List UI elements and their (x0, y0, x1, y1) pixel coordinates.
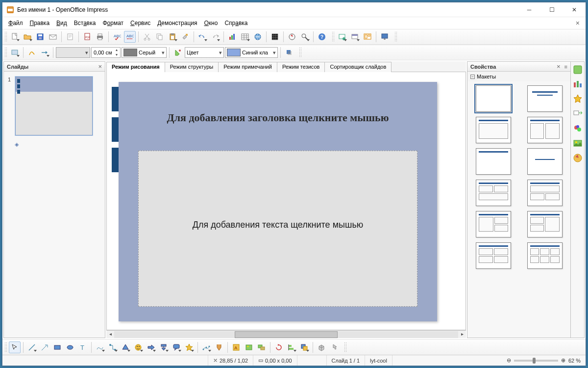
flowchart-button[interactable] (158, 342, 170, 353)
menu-help[interactable]: Справка (221, 19, 250, 27)
slide-canvas[interactable]: Для добавления заголовка щелкните мышью … (119, 82, 437, 321)
menu-window[interactable]: Окно (201, 19, 220, 27)
master-icon[interactable] (573, 79, 583, 89)
toolbar-grip[interactable] (394, 31, 397, 42)
glue-button[interactable] (213, 342, 225, 353)
block-arrows-button[interactable] (145, 342, 157, 353)
tab-outline[interactable]: Режим структуры (165, 62, 219, 72)
points-button[interactable] (200, 342, 212, 353)
autocheck-button[interactable]: ABC (124, 31, 136, 43)
symbol-button[interactable] (132, 342, 144, 353)
select-button[interactable] (9, 342, 21, 353)
rect-button[interactable] (51, 342, 63, 353)
connector-button[interactable] (107, 342, 119, 353)
gallery-icon[interactable] (573, 138, 583, 148)
layout-2x2c[interactable] (476, 211, 511, 237)
open-button[interactable] (22, 31, 33, 43)
zoom-button[interactable] (299, 31, 311, 43)
layout-centered[interactable] (527, 148, 563, 175)
close-icon[interactable]: × (557, 63, 561, 70)
menu-edit[interactable]: Правка (27, 19, 53, 27)
slide-design-button[interactable] (349, 31, 361, 43)
menu-insert[interactable]: Вставка (71, 19, 99, 27)
ellipse-button[interactable] (64, 342, 76, 353)
align-button[interactable] (286, 342, 297, 353)
rotate-button[interactable] (273, 342, 285, 353)
layout-title-only[interactable] (476, 148, 511, 175)
gallery-button[interactable] (256, 342, 268, 353)
menu-slideshow[interactable]: Демонстрация (154, 19, 200, 27)
table-button[interactable] (239, 31, 251, 43)
close-icon[interactable]: × (98, 63, 102, 70)
fill-mode-combo[interactable]: Цвет▾ (185, 47, 224, 58)
shadow-button[interactable] (283, 47, 295, 58)
minimize-button[interactable]: ─ (518, 2, 540, 17)
tab-sorter[interactable]: Сортировщик слайдов (324, 62, 392, 72)
h-scrollbar[interactable]: ◂▸ (106, 330, 466, 338)
paste-button[interactable] (167, 31, 178, 43)
zoom-control[interactable]: ⊖ ⊕ 62 % (507, 357, 586, 364)
layout-2x2d[interactable] (527, 211, 563, 237)
save-button[interactable] (34, 31, 46, 43)
line-style-combo[interactable]: ▾ (56, 47, 90, 58)
email-button[interactable] (47, 31, 59, 43)
layout-blank[interactable] (476, 85, 511, 112)
help-button[interactable]: ? (316, 31, 328, 43)
extrusion-button[interactable] (316, 342, 327, 353)
interaction-button[interactable] (328, 342, 340, 353)
toolbar-grip[interactable] (4, 342, 7, 353)
styles-icon[interactable] (573, 124, 583, 133)
hyperlink-button[interactable] (252, 31, 264, 43)
line-color-combo[interactable]: Серый▾ (122, 47, 167, 58)
zoom-slider[interactable] (514, 360, 558, 362)
arrange-button[interactable] (298, 342, 310, 353)
layout-6[interactable] (527, 242, 563, 269)
status-layout[interactable]: lyt-cool (365, 355, 392, 366)
grid-button[interactable] (269, 31, 281, 43)
fill-color-combo[interactable]: Синий кла▾ (225, 47, 278, 58)
new-button[interactable] (9, 31, 21, 43)
toolbar-grip[interactable] (4, 31, 7, 42)
transition-icon[interactable] (573, 109, 583, 119)
redo-button[interactable] (209, 31, 221, 43)
styles-button[interactable] (9, 47, 21, 58)
menu-view[interactable]: Вид (53, 19, 70, 27)
zoom-value[interactable]: 62 % (568, 358, 581, 364)
slideshow-button[interactable] (379, 31, 391, 43)
zoom-out-icon[interactable]: ⊖ (507, 357, 511, 364)
copy-button[interactable] (154, 31, 166, 43)
title-placeholder[interactable]: Для добавления заголовка щелкните мышью (119, 82, 437, 124)
line-button[interactable] (26, 342, 38, 353)
area-button[interactable] (172, 47, 184, 58)
tab-notes[interactable]: Режим примечаний (218, 62, 277, 72)
stars-button[interactable] (183, 342, 195, 353)
doc-close-button[interactable]: × (573, 19, 583, 27)
slide-button[interactable] (336, 31, 348, 43)
shapes-button[interactable] (120, 342, 131, 353)
maximize-button[interactable]: ☐ (540, 2, 563, 17)
tab-drawing[interactable]: Режим рисования (106, 62, 165, 72)
cut-button[interactable] (141, 31, 153, 43)
arrow-button[interactable] (39, 342, 50, 353)
menu-file[interactable]: Файл (5, 19, 26, 27)
navigator-button[interactable] (286, 31, 298, 43)
layouts-section-header[interactable]: −Макеты (467, 72, 570, 81)
layout-title-content[interactable] (476, 117, 511, 143)
menu-format[interactable]: Формат (99, 19, 126, 27)
menu-tools[interactable]: Сервис (127, 19, 153, 27)
slide-thumb-1[interactable]: 1 ◈ (8, 77, 101, 148)
fontwork-button[interactable]: A (230, 342, 242, 353)
zoom-in-icon[interactable]: ⊕ (561, 357, 565, 364)
spellcheck-button[interactable]: ABC (111, 31, 123, 43)
print-button[interactable] (94, 31, 106, 43)
toolbar-grip[interactable] (4, 47, 7, 58)
layout-4a[interactable] (476, 242, 511, 269)
line-width-spin[interactable]: 0,00 см▴▾ (91, 47, 121, 58)
line-style-button[interactable] (26, 47, 38, 58)
toolbar-grip[interactable] (344, 342, 346, 353)
export-pdf-button[interactable]: PDF (81, 31, 93, 43)
callouts-button[interactable] (171, 342, 182, 353)
tab-handout[interactable]: Режим тезисов (277, 62, 325, 72)
undo-button[interactable] (196, 31, 208, 43)
close-button[interactable]: ✕ (563, 2, 586, 17)
